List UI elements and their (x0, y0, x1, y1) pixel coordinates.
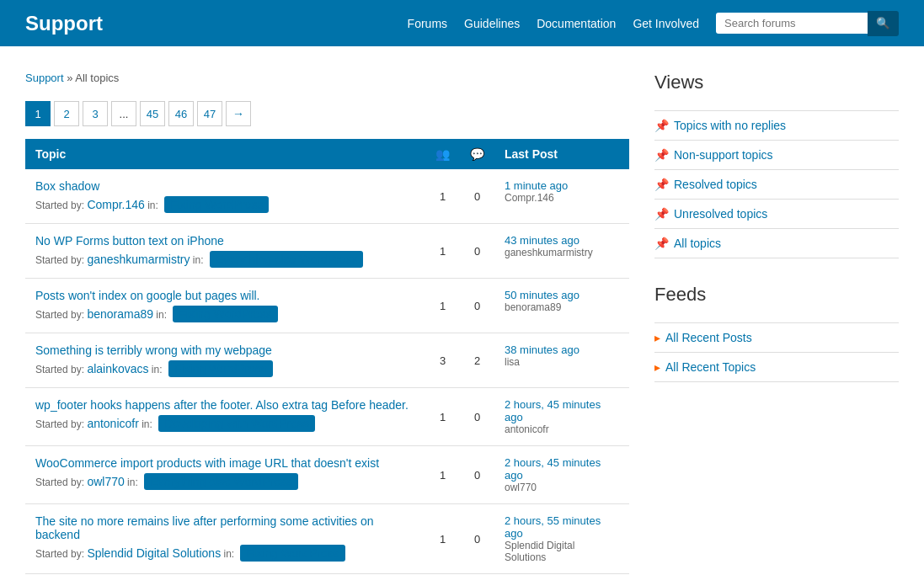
topic-forum-3[interactable]: Fixing WordPress (168, 360, 273, 377)
feeds-heading: Feeds (654, 284, 899, 310)
nav-forums[interactable]: Forums (408, 17, 447, 30)
main-column: Support » All topics 1 2 3 ... 45 46 47 … (25, 72, 629, 574)
topic-forum-0[interactable]: Fixing WordPress (164, 196, 269, 213)
voices-cell-4: 1 (425, 388, 460, 446)
posts-cell-1: 0 (460, 224, 494, 279)
topic-author-3[interactable]: alainkovacs (87, 362, 148, 375)
feeds-link-0[interactable]: All Recent Posts (665, 331, 752, 344)
last-post-time-4[interactable]: 2 hours, 45 minutes ago (505, 398, 601, 423)
page-45[interactable]: 45 (140, 101, 165, 126)
rss-icon-1: ▸ (654, 360, 660, 374)
page-3[interactable]: 3 (83, 101, 108, 126)
feeds-section: Feeds ▸All Recent Posts▸All Recent Topic… (654, 284, 899, 382)
pin-icon-2: 📌 (654, 178, 669, 191)
voices-cell-5: 1 (425, 446, 460, 504)
last-post-cell-2: 50 minutes ago benorama89 (494, 279, 629, 333)
views-link-1[interactable]: Non-support topics (674, 148, 773, 162)
site-header: Support Forums Guidelines Documentation … (0, 0, 924, 46)
page-dots: ... (111, 101, 136, 126)
topic-forum-6[interactable]: Fixing WordPress (240, 545, 344, 562)
topic-link-1[interactable]: No WP Forms button text on iPhone (35, 234, 224, 248)
last-post-time-1[interactable]: 43 minutes ago (505, 234, 580, 247)
last-post-cell-4: 2 hours, 45 minutes ago antonicofr (494, 388, 629, 446)
posts-cell-0: 0 (460, 169, 494, 224)
last-post-time-6[interactable]: 2 hours, 55 minutes ago (505, 514, 601, 540)
topic-cell-6: The site no more remains live after perf… (25, 504, 425, 574)
feeds-item-1: ▸All Recent Topics (654, 353, 899, 382)
views-link-0[interactable]: Topics with no replies (674, 119, 786, 132)
col-topic: Topic (25, 139, 425, 169)
site-title: Support (25, 12, 103, 35)
table-row: No WP Forms button text on iPhone Starte… (25, 224, 629, 279)
breadcrumb-parent[interactable]: Support (25, 72, 64, 84)
posts-cell-3: 2 (460, 333, 494, 388)
table-row: Something is terribly wrong with my webp… (25, 333, 629, 388)
views-link-2[interactable]: Resolved topics (674, 178, 757, 191)
topic-link-6[interactable]: The site no more remains live after perf… (35, 514, 374, 541)
topic-cell-2: Posts won't index on google but pages wi… (25, 279, 425, 333)
posts-icon: 💬 (470, 147, 484, 161)
topic-link-5[interactable]: WooCommerce import products with image U… (35, 456, 379, 470)
topic-cell-0: Box shadow Started by: Compr.146 in: Fix… (25, 169, 425, 224)
views-link-3[interactable]: Unresolved topics (674, 207, 767, 221)
topic-author-2[interactable]: benorama89 (87, 307, 153, 321)
views-list: 📌Topics with no replies📌Non-support topi… (654, 110, 899, 258)
page-47[interactable]: 47 (197, 101, 222, 126)
last-post-author-6: Splendid Digital Solutions (505, 540, 619, 563)
views-heading: Views (654, 72, 899, 98)
voices-cell-0: 1 (425, 169, 460, 224)
last-post-cell-6: 2 hours, 55 minutes ago Splendid Digital… (494, 504, 629, 574)
posts-cell-5: 0 (460, 446, 494, 504)
topic-meta-3: Started by: alainkovacs in: Fixing WordP… (35, 360, 415, 377)
topic-forum-2[interactable]: Fixing WordPress (173, 306, 277, 322)
page-2[interactable]: 2 (54, 101, 79, 126)
topic-link-3[interactable]: Something is terribly wrong with my webp… (35, 343, 272, 357)
main-nav: Forums Guidelines Documentation Get Invo… (408, 17, 699, 30)
page-next[interactable]: → (226, 101, 251, 126)
nav-get-involved[interactable]: Get Involved (633, 17, 699, 30)
topic-author-4[interactable]: antonicofr (87, 417, 138, 430)
last-post-cell-1: 43 minutes ago ganeshkumarmistry (494, 224, 629, 279)
search-input[interactable] (716, 13, 868, 34)
col-posts-header: 💬 (460, 139, 494, 169)
topic-meta-4: Started by: antonicofr in: Developing wi… (35, 415, 415, 432)
nav-guidelines[interactable]: Guidelines (464, 17, 520, 30)
topic-author-6[interactable]: Splendid Digital Solutions (87, 546, 221, 560)
topic-link-2[interactable]: Posts won't index on google but pages wi… (35, 289, 260, 302)
topic-link-0[interactable]: Box shadow (35, 179, 99, 193)
topic-cell-1: No WP Forms button text on iPhone Starte… (25, 224, 425, 279)
pin-icon-0: 📌 (654, 119, 669, 132)
breadcrumb-current: All topics (75, 72, 119, 84)
topic-forum-4[interactable]: Developing with WordPress (158, 415, 315, 432)
pin-icon-4: 📌 (654, 237, 669, 250)
views-link-4[interactable]: All topics (674, 237, 721, 250)
last-post-author-0: Compr.146 (505, 192, 619, 204)
topics-table: Topic 👥 💬 Last Post Box shadow Started b… (25, 139, 629, 574)
topic-author-0[interactable]: Compr.146 (87, 198, 144, 211)
breadcrumb: Support » All topics (25, 72, 629, 84)
views-section: Views 📌Topics with no replies📌Non-suppor… (654, 72, 899, 258)
table-row: WooCommerce import products with image U… (25, 446, 629, 504)
topic-cell-3: Something is terribly wrong with my webp… (25, 333, 425, 388)
topic-forum-1[interactable]: Everything else WordPress (210, 251, 364, 268)
last-post-time-2[interactable]: 50 minutes ago (505, 289, 580, 301)
feeds-link-1[interactable]: All Recent Topics (665, 360, 756, 374)
nav-documentation[interactable]: Documentation (537, 17, 616, 30)
posts-cell-6: 0 (460, 504, 494, 574)
topic-meta-0: Started by: Compr.146 in: Fixing WordPre… (35, 196, 415, 213)
topic-author-1[interactable]: ganeshkumarmistry (87, 253, 190, 266)
last-post-time-3[interactable]: 38 minutes ago (505, 343, 580, 356)
topic-link-4[interactable]: wp_footer hooks happens after the footer… (35, 398, 409, 412)
page-1[interactable]: 1 (25, 101, 51, 126)
last-post-time-5[interactable]: 2 hours, 45 minutes ago (505, 456, 601, 482)
pin-icon-1: 📌 (654, 148, 669, 162)
page-46[interactable]: 46 (168, 101, 194, 126)
feeds-item-0: ▸All Recent Posts (654, 323, 899, 353)
topic-forum-5[interactable]: Everything else WordPress (144, 473, 298, 490)
last-post-time-0[interactable]: 1 minute ago (505, 179, 568, 192)
search-button[interactable]: 🔍 (868, 11, 899, 36)
topic-meta-1: Started by: ganeshkumarmistry in: Everyt… (35, 251, 415, 268)
topic-author-5[interactable]: owl770 (87, 475, 124, 488)
table-row: Posts won't index on google but pages wi… (25, 279, 629, 333)
table-row: The site no more remains live after perf… (25, 504, 629, 574)
